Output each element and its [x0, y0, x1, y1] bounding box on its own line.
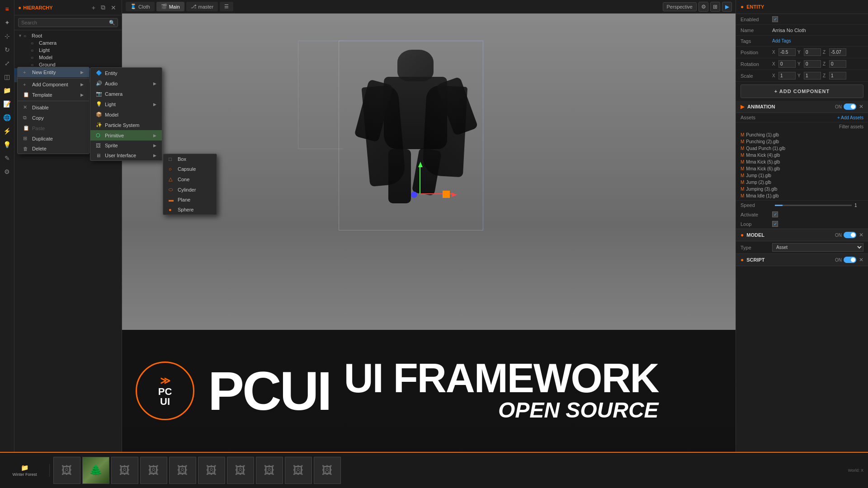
scene-icon[interactable]: 🌐 — [2, 112, 13, 123]
asset-thumb-5[interactable]: 🖼 — [169, 457, 196, 484]
asset-thumb-3[interactable]: 🖼 — [111, 457, 138, 484]
select-icon[interactable]: ✦ — [2, 17, 13, 28]
cm-copy[interactable]: ⧉ Copy — [18, 113, 89, 123]
duplicate-hierarchy-btn[interactable]: ⧉ — [99, 3, 107, 12]
delete-hierarchy-btn[interactable]: ✕ — [109, 3, 118, 12]
script-toggle[interactable] — [844, 257, 856, 263]
script-close-btn[interactable]: ✕ — [859, 257, 863, 263]
ne-light[interactable]: 💡 Light ▶ — [90, 99, 162, 109]
prim-cylinder[interactable]: ⬭ Cylinder — [163, 184, 217, 195]
play-btn[interactable]: ▶ — [722, 2, 732, 12]
filter-assets-btn[interactable]: Filter assets — [839, 124, 863, 129]
tree-item-light[interactable]: ○ Light — [14, 47, 122, 54]
add-component-btn[interactable]: + ADD COMPONENT — [741, 84, 863, 98]
asset-thumb-8[interactable]: 🖼 — [256, 457, 283, 484]
prim-sphere[interactable]: ● Sphere — [163, 205, 217, 215]
ne-particle[interactable]: ✨ Particle System — [90, 120, 162, 130]
asset-item-10[interactable]: M Mma Idle (1).glb — [736, 192, 868, 199]
cm-new-entity[interactable]: + New Entity ▶ — [18, 67, 89, 77]
type-select[interactable]: Asset — [772, 243, 863, 252]
assets-icon[interactable]: 📁 — [2, 85, 13, 96]
enabled-checkbox[interactable]: ✓ — [772, 16, 778, 22]
vp-tab-menu[interactable]: ☰ — [220, 2, 233, 11]
prim-cone[interactable]: △ Cone — [163, 174, 217, 184]
pos-y-field[interactable] — [804, 48, 821, 56]
pos-z-field[interactable] — [829, 48, 846, 56]
ne-camera[interactable]: 📷 Camera — [90, 89, 162, 99]
asset-item-4[interactable]: M Mma Kick (4).glb — [736, 152, 868, 159]
edit-icon[interactable]: ✎ — [2, 153, 13, 164]
model-header[interactable]: ● MODEL ON ✕ — [736, 229, 868, 241]
model-toggle[interactable] — [844, 232, 856, 238]
asset-thumb-4[interactable]: 🖼 — [140, 457, 167, 484]
ne-primitive[interactable]: ⬡ Primitive ▶ — [90, 130, 162, 141]
script-icon[interactable]: 📝 — [2, 99, 13, 109]
rot-x-field[interactable] — [778, 60, 796, 68]
search-bar[interactable]: 🔍 — [14, 15, 122, 30]
vp-tab-cloth[interactable]: 🧵 Cloth — [126, 2, 155, 11]
scale-z-field[interactable] — [829, 72, 846, 80]
scale-y-field[interactable] — [804, 72, 821, 80]
tree-item-model[interactable]: ○ Model — [14, 54, 122, 61]
physics-icon[interactable]: ⚡ — [2, 126, 13, 136]
animation-toggle[interactable] — [844, 103, 856, 110]
prim-capsule[interactable]: ○ Capsule — [163, 164, 217, 174]
fullscreen-btn[interactable]: ⊞ — [710, 2, 720, 12]
asset-thumb-placeholder[interactable]: 🖼 — [53, 457, 80, 484]
pos-x-field[interactable] — [778, 48, 796, 56]
script-header[interactable]: ● SCRIPT ON ✕ — [736, 254, 868, 266]
speed-slider[interactable] — [775, 205, 852, 206]
layers-icon[interactable]: ◫ — [2, 71, 13, 82]
cm-duplicate[interactable]: ⊞ Duplicate — [18, 133, 89, 144]
animation-close-btn[interactable]: ✕ — [859, 103, 863, 110]
activate-checkbox[interactable]: ✓ — [772, 211, 778, 217]
scale-icon[interactable]: ⤢ — [2, 58, 13, 69]
prim-plane[interactable]: ▬ Plane — [163, 195, 217, 205]
folder-winter[interactable]: 📁 Winter Forest — [5, 464, 45, 477]
add-tags-btn[interactable]: Add Tags — [772, 38, 791, 43]
ne-entity[interactable]: 🔷 Entity — [90, 68, 162, 78]
scale-x-field[interactable] — [778, 72, 796, 80]
search-input[interactable] — [18, 18, 118, 27]
loop-checkbox[interactable]: ✓ — [772, 221, 778, 227]
ne-sprite[interactable]: 🖼 Sprite ▶ — [90, 141, 162, 150]
asset-thumb-forest[interactable]: 🌲 — [82, 457, 109, 484]
asset-item-6[interactable]: M Mma Kick (6).glb — [736, 165, 868, 172]
hierarchy-icon[interactable]: ≡ — [2, 4, 13, 14]
settings-icon[interactable]: ⚙ — [2, 166, 13, 177]
perspective-btn[interactable]: Perspective — [663, 2, 697, 11]
ne-audio[interactable]: 🔊 Audio ▶ — [90, 78, 162, 89]
vp-tab-master[interactable]: ⎇ master — [186, 2, 218, 11]
asset-item-8[interactable]: M Jump (2).glb — [736, 179, 868, 186]
asset-thumb-6[interactable]: 🖼 — [198, 457, 225, 484]
asset-thumb-9[interactable]: 🖼 — [285, 457, 312, 484]
rot-z-field[interactable] — [829, 60, 846, 68]
transform-icon[interactable]: ⊹ — [2, 31, 13, 42]
vp-tab-main[interactable]: 🎬 Main — [156, 2, 184, 11]
cm-add-component[interactable]: + Add Component ▶ — [18, 80, 89, 89]
asset-item-9[interactable]: M Jumping (3).glb — [736, 186, 868, 192]
viewport[interactable]: 🧵 Cloth 🎬 Main ⎇ master ☰ Perspective — [122, 0, 736, 452]
asset-item-2[interactable]: M Punching (2).glb — [736, 138, 868, 145]
ne-ui[interactable]: 🖥 User Interface ▶ — [90, 150, 162, 160]
prim-box[interactable]: □ Box — [163, 154, 217, 164]
light-panel-icon[interactable]: 💡 — [2, 139, 13, 150]
asset-item-7[interactable]: M Jump (1).glb — [736, 172, 868, 179]
name-value[interactable]: Arrisa No Cloth — [772, 28, 863, 33]
asset-item-5[interactable]: M Mma Kick (5).glb — [736, 159, 868, 165]
rot-y-field[interactable] — [804, 60, 821, 68]
camera-settings-btn[interactable]: ⚙ — [698, 2, 708, 12]
asset-item-1[interactable]: M Punching (1).glb — [736, 131, 868, 138]
rotate-icon[interactable]: ↻ — [2, 44, 13, 55]
cm-delete[interactable]: 🗑 Delete — [18, 144, 89, 154]
tree-item-camera[interactable]: ○ Camera — [14, 39, 122, 47]
cm-disable[interactable]: ✕ Disable — [18, 102, 89, 113]
cm-template[interactable]: 📋 Template ▶ — [18, 89, 89, 100]
model-close-btn[interactable]: ✕ — [859, 232, 863, 238]
tree-item-root[interactable]: ▼ ○ Root — [14, 32, 122, 39]
add-assets-btn[interactable]: + Add Assets — [837, 115, 863, 120]
asset-thumb-10[interactable]: 🖼 — [314, 457, 341, 484]
asset-item-3[interactable]: M Quad Punch (1).glb — [736, 145, 868, 152]
ne-model[interactable]: 📦 Model — [90, 109, 162, 120]
animation-header[interactable]: ▶ ANIMATION ON ✕ — [736, 101, 868, 113]
